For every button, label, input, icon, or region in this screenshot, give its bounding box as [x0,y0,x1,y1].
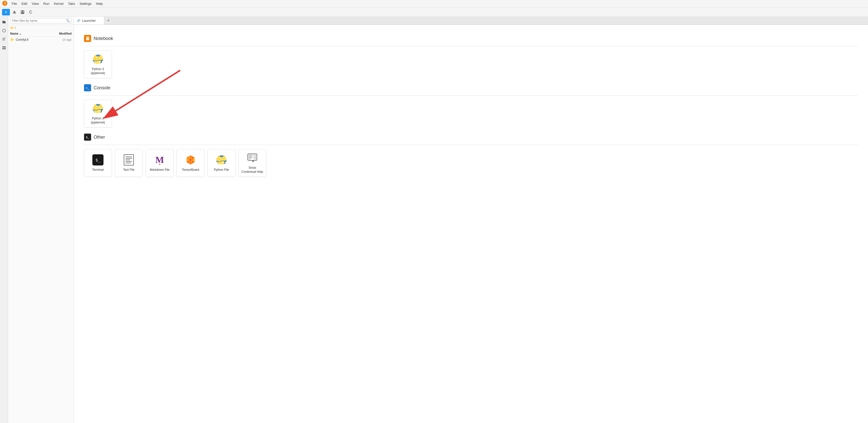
tensorboard-label: TensorBoard [182,168,199,172]
svg-rect-16 [87,37,89,37]
svg-rect-8 [3,38,6,38]
other-section-title: Other [94,135,105,140]
menu-file[interactable]: File [10,1,19,6]
svg-rect-3 [13,13,16,14]
help-icon [246,152,258,164]
console-section-header: >_ Console [84,84,858,91]
files-sidebar-button[interactable] [1,19,7,25]
terminal-card[interactable]: $_ Terminal [84,149,112,177]
menu-settings[interactable]: Settings [78,1,93,6]
console-divider [84,95,858,96]
search-icon: 🔍 [66,19,70,23]
file-header: Name ▲ Modified [8,31,74,37]
file-sidebar-toolbar: 🔍 [8,17,74,25]
svg-rect-14 [4,48,6,49]
notebook-section-header: Notebook [84,35,858,42]
svg-rect-17 [87,38,89,38]
menu-tabs[interactable]: Tabs [66,1,77,6]
svg-point-21 [99,110,100,111]
contextual-help-card[interactable]: Show Contextual Help [238,149,266,177]
terminal-label: Terminal [92,168,103,172]
python3-notebook-label: Python 3 (ipykernel) [87,67,109,75]
svg-rect-11 [3,46,4,47]
textfile-icon [123,154,135,166]
svg-rect-39 [249,156,252,157]
save-button[interactable] [19,9,26,16]
running-terminals-button[interactable] [1,27,7,34]
file-header-modified: Modified [54,32,72,35]
launcher-tab-icon: 🔗 [77,19,81,22]
terminal-icon: $_ [92,154,104,166]
tab-launcher[interactable]: 🔗 Launcher [74,17,104,25]
markdown-file-card[interactable]: M Markdown File [146,149,174,177]
table-of-contents-button[interactable] [1,36,7,42]
tensorboard-card[interactable]: TensorBoard [177,149,205,177]
folder-icon-path: 📁 [10,26,14,30]
svg-rect-5 [22,11,23,12]
svg-rect-13 [3,48,4,49]
python-file-label: Python File [214,168,229,172]
svg-point-36 [222,162,223,163]
menu-help[interactable]: Help [94,1,105,6]
extensions-button[interactable] [1,44,7,51]
other-cards: $_ Terminal [84,149,858,177]
menu-view[interactable]: View [30,1,41,6]
svg-point-19 [99,61,100,62]
svg-point-20 [96,106,97,107]
console-section-icon: >_ [84,84,91,91]
markdown-label: Markdown File [150,168,169,172]
python3-console-label: Python 3 (ipykernel) [87,117,109,125]
other-section-icon: $_ [84,134,91,141]
launcher-wrapper: Notebook [74,25,868,423]
console-section: >_ Console [84,84,858,128]
svg-rect-40 [249,157,253,158]
contextual-help-label: Show Contextual Help [241,166,264,174]
file-path: 📁 / [8,25,74,31]
console-cards: Python 3 (ipykernel) [84,100,858,128]
python-file-card[interactable]: Python File [208,149,235,177]
search-input[interactable] [12,19,66,23]
upload-button[interactable] [11,9,18,16]
other-section: $_ Other $_ Termina [84,134,858,177]
notebook-cards: Python 3 (ipykernel) [84,50,858,78]
tab-label: Launcher [82,19,96,23]
list-item[interactable]: 📁 ComfyUI 1h ago [8,37,74,42]
svg-point-7 [3,29,6,32]
text-file-card[interactable]: Text File [115,149,143,177]
add-tab-button[interactable]: + [105,17,112,24]
menu-kernel[interactable]: Kernel [52,1,66,6]
tab-bar: 🔗 Launcher + [74,17,868,25]
svg-rect-38 [249,155,253,155]
launcher: Notebook [74,25,868,423]
file-browser-sidebar: 🔍 📁 / Name ▲ Modified 📁 ComfyUI 1h ago [8,17,74,423]
python3-console-card[interactable]: Python 3 (ipykernel) [84,100,112,128]
main-layout: 🔍 📁 / Name ▲ Modified 📁 ComfyUI 1h ago [0,17,868,423]
icon-sidebar [0,17,8,423]
folder-icon: 📁 [10,38,14,41]
python-file-icon [215,154,227,166]
tensorboard-icon [184,154,197,166]
app-logo: J [2,1,8,7]
svg-rect-12 [4,46,6,47]
search-bar: 🔍 [10,18,72,23]
notebook-section: Notebook [84,35,858,78]
console-section-title: Console [94,85,110,91]
svg-rect-10 [3,40,5,40]
svg-rect-42 [254,155,256,159]
file-list: 📁 ComfyUI 1h ago [8,37,74,423]
svg-rect-41 [249,159,251,159]
new-launcher-button[interactable]: + [2,9,10,15]
notebook-section-icon [84,35,91,42]
file-modified: 1h ago [54,38,72,41]
file-header-name[interactable]: Name ▲ [10,32,52,35]
python3-notebook-card[interactable]: Python 3 (ipykernel) [84,50,112,78]
python-icon [92,53,104,65]
svg-rect-34 [188,159,193,161]
svg-text:J: J [4,2,6,5]
refresh-button[interactable] [27,9,34,16]
menu-edit[interactable]: Edit [20,1,29,6]
notebook-section-title: Notebook [94,36,113,41]
content-area: 🔗 Launcher + Notebook [74,17,868,423]
svg-point-18 [96,57,97,58]
menu-run[interactable]: Run [41,1,51,6]
